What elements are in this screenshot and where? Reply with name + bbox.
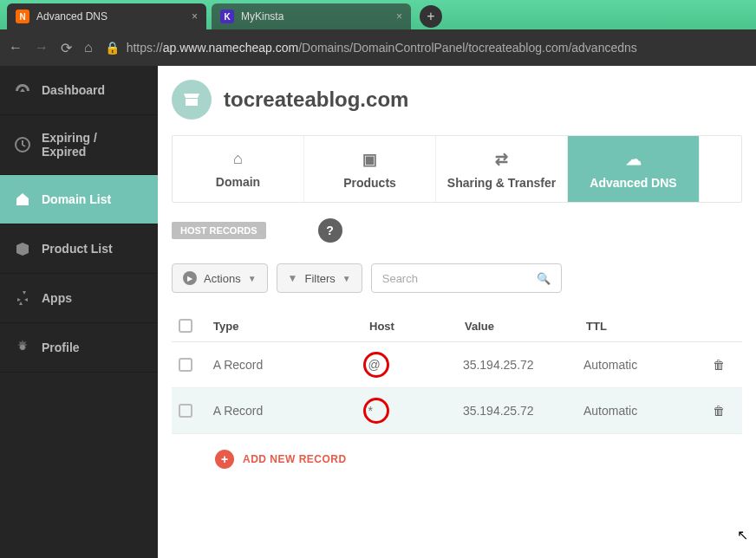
add-record-label: ADD NEW RECORD <box>243 453 347 465</box>
select-all-checkbox[interactable] <box>179 319 192 333</box>
cell-value: 35.194.25.72 <box>463 404 583 418</box>
col-header-value: Value <box>465 320 586 333</box>
search-icon: 🔍 <box>537 272 551 285</box>
gauge-icon <box>14 81 31 99</box>
cell-ttl: Automatic <box>583 404 713 418</box>
col-header-type: Type <box>213 320 369 333</box>
browser-tab-active[interactable]: N Advanced DNS × <box>7 3 206 29</box>
row-checkbox[interactable] <box>179 358 192 372</box>
home-icon[interactable]: ⌂ <box>84 40 93 55</box>
cell-host: @ <box>368 358 463 372</box>
play-icon: ▶ <box>183 271 197 285</box>
clock-icon <box>14 136 31 153</box>
browser-tab-strip: N Advanced DNS × K MyKinsta × + <box>0 0 756 29</box>
tab-label: Products <box>343 176 396 190</box>
sidebar-item-domain-list[interactable]: Domain List <box>0 175 158 224</box>
storefront-icon <box>172 80 212 120</box>
sidebar-item-profile[interactable]: Profile <box>0 323 158 373</box>
domain-tabs: ⌂ Domain ▣ Products ⇄ Sharing & Transfer… <box>172 135 742 203</box>
cell-host: * <box>368 404 463 418</box>
close-icon[interactable]: × <box>192 10 198 23</box>
tab-title: MyKinsta <box>241 10 284 23</box>
help-icon[interactable]: ? <box>318 218 342 243</box>
tab-label: Sharing & Transfer <box>447 176 556 190</box>
url-host: ap.www.namecheap.com <box>163 41 298 55</box>
sidebar-item-label: Product List <box>42 242 113 256</box>
browser-tab-inactive[interactable]: K MyKinsta × <box>212 3 411 29</box>
reload-icon[interactable]: ⟳ <box>61 40 72 56</box>
filters-label: Filters <box>304 272 335 285</box>
tab-label: Domain <box>216 175 260 189</box>
row-checkbox[interactable] <box>179 404 192 418</box>
domain-header: tocreateablog.com <box>172 80 742 120</box>
col-header-host: Host <box>369 320 465 333</box>
sidebar-item-apps[interactable]: Apps <box>0 274 158 323</box>
chevron-down-icon: ▼ <box>248 274 257 283</box>
tab-advanced-dns[interactable]: ☁ Advanced DNS <box>568 136 700 202</box>
cell-ttl: Automatic <box>583 358 713 372</box>
filter-icon: ▼ <box>288 272 298 284</box>
sidebar: Dashboard Expiring / Expired Domain List… <box>0 66 158 558</box>
lock-icon: 🔒 <box>105 41 120 55</box>
main-panel: tocreateablog.com ⌂ Domain ▣ Products ⇄ … <box>158 66 756 558</box>
sidebar-item-label: Dashboard <box>42 83 105 97</box>
url-scheme: https:// <box>127 41 163 55</box>
address-bar: ← → ⟳ ⌂ 🔒 https://ap.www.namecheap.com/D… <box>0 29 756 66</box>
tab-label: Advanced DNS <box>590 176 676 190</box>
sidebar-item-expiring[interactable]: Expiring / Expired <box>0 115 158 175</box>
sidebar-item-label: Domain List <box>42 192 111 206</box>
tab-title: Advanced DNS <box>36 10 108 23</box>
trash-icon[interactable]: 🗑 <box>713 358 725 372</box>
annotation-circle <box>363 352 389 378</box>
table-row[interactable]: A Record * 35.194.25.72 Automatic 🗑 <box>172 388 742 434</box>
url-display[interactable]: 🔒 https://ap.www.namecheap.com/Domains/D… <box>105 41 637 55</box>
url-path: /Domains/DomainControlPanel/tocreateablo… <box>298 41 637 55</box>
actions-label: Actions <box>204 272 241 285</box>
sidebar-item-product-list[interactable]: Product List <box>0 224 158 274</box>
cursor-icon: ↖ <box>737 527 748 543</box>
chevron-down-icon: ▼ <box>342 274 351 283</box>
close-icon[interactable]: × <box>396 10 402 23</box>
box-icon: ▣ <box>362 150 377 169</box>
cell-type: A Record <box>213 404 368 418</box>
table-row[interactable]: A Record @ 35.194.25.72 Automatic 🗑 <box>172 342 742 388</box>
tab-products[interactable]: ▣ Products <box>304 136 436 202</box>
dns-icon: ☁ <box>626 150 642 169</box>
records-toolbar: ▶ Actions ▼ ▼ Filters ▼ Search 🔍 <box>172 263 742 293</box>
search-placeholder: Search <box>382 272 418 285</box>
annotation-circle <box>363 398 389 424</box>
house-icon: ⌂ <box>233 150 243 168</box>
tab-domain[interactable]: ⌂ Domain <box>173 136 304 202</box>
col-header-ttl: TTL <box>586 320 716 333</box>
trash-icon[interactable]: 🗑 <box>713 404 725 418</box>
new-tab-button[interactable]: + <box>420 5 442 28</box>
actions-dropdown[interactable]: ▶ Actions ▼ <box>172 263 268 293</box>
sidebar-item-label: Apps <box>42 291 72 305</box>
tab-spacer <box>700 136 741 202</box>
gear-icon <box>14 339 31 356</box>
cell-type: A Record <box>213 358 368 372</box>
apps-icon <box>14 289 31 307</box>
forward-icon[interactable]: → <box>35 40 49 55</box>
add-new-record[interactable]: + ADD NEW RECORD <box>172 434 742 484</box>
favicon-mykinsta: K <box>220 10 234 23</box>
filters-dropdown[interactable]: ▼ Filters ▼ <box>277 263 362 293</box>
section-label: HOST RECORDS <box>172 222 266 239</box>
favicon-namecheap: N <box>16 10 29 23</box>
domain-name: tocreateablog.com <box>224 88 408 112</box>
sidebar-item-dashboard[interactable]: Dashboard <box>0 66 158 115</box>
sidebar-item-label: Expiring / Expired <box>42 131 144 159</box>
tab-sharing[interactable]: ⇄ Sharing & Transfer <box>436 136 568 202</box>
share-icon: ⇄ <box>495 150 508 169</box>
search-input[interactable]: Search 🔍 <box>371 263 562 293</box>
sidebar-item-label: Profile <box>42 341 80 354</box>
house-icon <box>14 191 31 208</box>
box-icon <box>14 240 31 257</box>
back-icon[interactable]: ← <box>9 40 23 55</box>
table-header: Type Host Value TTL <box>172 310 742 342</box>
cell-value: 35.194.25.72 <box>463 358 583 372</box>
plus-icon: + <box>215 450 234 469</box>
